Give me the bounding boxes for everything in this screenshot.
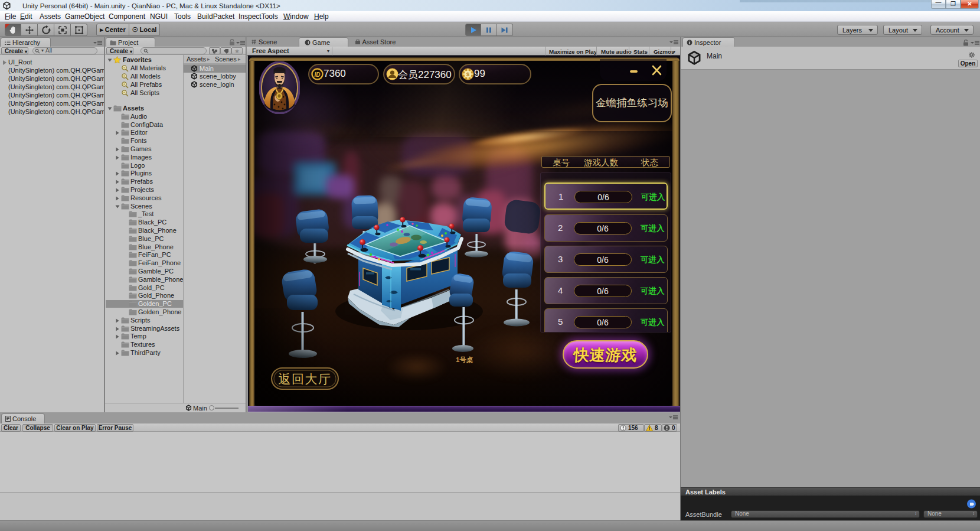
svg-text:ID: ID <box>315 71 321 78</box>
svg-text:$: $ <box>466 71 469 77</box>
